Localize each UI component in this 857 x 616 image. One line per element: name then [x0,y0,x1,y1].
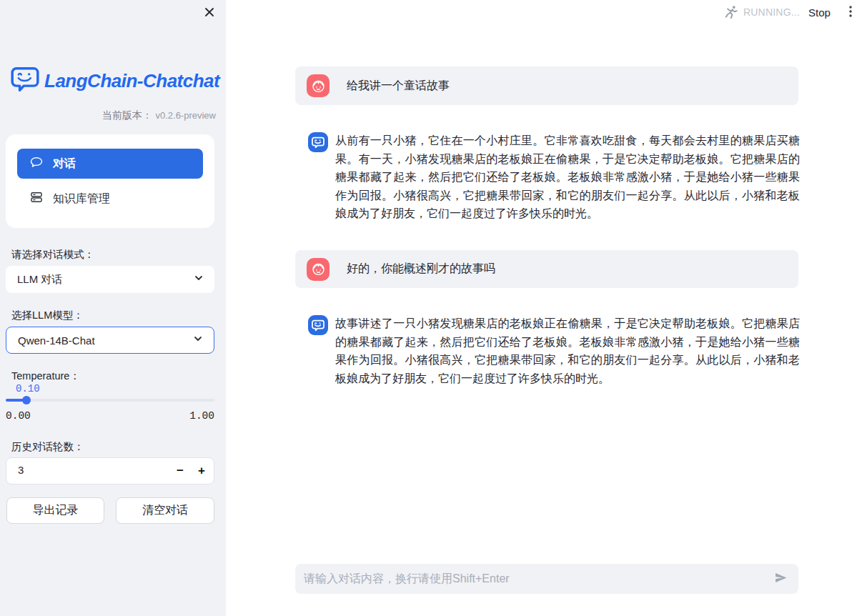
temperature-current-value: 0.10 [16,383,40,394]
llm-model-value: Qwen-14B-Chat [18,334,192,347]
close-icon [204,6,215,20]
temperature-slider[interactable] [6,399,214,402]
temperature-label: Temperature： [11,369,80,383]
sidebar-close-button[interactable] [202,6,217,20]
version-value: v0.2.6-preview [155,110,216,121]
export-history-button[interactable]: 导出记录 [6,497,104,524]
decrement-button[interactable]: − [169,458,191,484]
speech-bubble-icon [29,155,44,172]
history-rounds-input[interactable]: 3 − + [6,457,214,485]
assistant-avatar [308,132,328,152]
message-text: 从前有一只小猪，它住在一个小村庄里。它非常喜欢吃甜食，每天都会去村里的糖果店买糖… [335,131,800,223]
running-man-icon [723,4,739,24]
status-running-text: RUNNING... [743,6,800,18]
send-button[interactable] [773,570,788,587]
assistant-avatar [308,315,328,335]
message-text: 给我讲一个童话故事 [347,79,450,94]
nav-menu-card: 对话 知识库管理 [6,134,214,228]
vertical-ellipsis-icon [844,4,857,21]
sidebar-item-label: 对话 [53,157,76,172]
app-logo: LangChain-Chatchat [11,66,219,96]
send-arrow-icon [773,570,788,587]
version-info: 当前版本： v0.2.6-preview [11,109,216,122]
llm-model-label: 选择LLM模型： [11,309,84,322]
overflow-menu-button[interactable] [843,4,857,20]
server-stack-icon [29,190,44,207]
message-text: 好的，你能概述刚才的故事吗 [347,262,495,277]
clear-dialogue-button[interactable]: 清空对话 [116,497,214,524]
history-rounds-label: 历史对话轮数： [11,440,84,454]
chat-input[interactable] [304,572,773,585]
dialogue-mode-value: LLM 对话 [17,273,193,287]
user-avatar [307,258,330,281]
llm-model-select[interactable]: Qwen-14B-Chat [6,327,214,354]
version-label: 当前版本： [102,109,152,121]
sidebar-item-knowledge-base[interactable]: 知识库管理 [17,184,203,214]
sidebar-item-dialogue[interactable]: 对话 [17,149,203,179]
slider-thumb[interactable] [22,396,31,404]
chat-input-bar [295,564,798,594]
app-window: LangChain-Chatchat 当前版本： v0.2.6-preview … [0,0,857,616]
sidebar-item-label: 知识库管理 [53,192,110,207]
dialogue-mode-select[interactable]: LLM 对话 [6,266,214,293]
chat-message-assistant: 故事讲述了一只小猪发现糖果店的老板娘正在偷糖果，于是它决定帮助老板娘。它把糖果店… [295,306,798,395]
chat-message-assistant: 从前有一只小猪，它住在一个小村庄里。它非常喜欢吃甜食，每天都会去村里的糖果店买糖… [295,123,798,230]
stop-button[interactable]: Stop [804,4,835,21]
app-title: LangChain-Chatchat [44,70,219,92]
sidebar: LangChain-Chatchat 当前版本： v0.2.6-preview … [0,0,226,616]
chevron-down-icon [193,272,204,287]
message-text: 故事讲述了一只小猪发现糖果店的老板娘正在偷糖果，于是它决定帮助老板娘。它把糖果店… [335,314,800,387]
chat-message-user: 好的，你能概述刚才的故事吗 [295,250,798,288]
temperature-max: 1.00 [11,410,214,422]
logo-chat-bubble-icon [11,66,39,96]
increment-button[interactable]: + [191,458,212,484]
user-avatar [307,74,330,97]
chat-message-user: 给我讲一个童话故事 [295,66,798,105]
chevron-down-icon [192,333,204,347]
dialogue-mode-label: 请选择对话模式： [11,248,94,262]
history-rounds-value[interactable]: 3 [18,464,24,476]
